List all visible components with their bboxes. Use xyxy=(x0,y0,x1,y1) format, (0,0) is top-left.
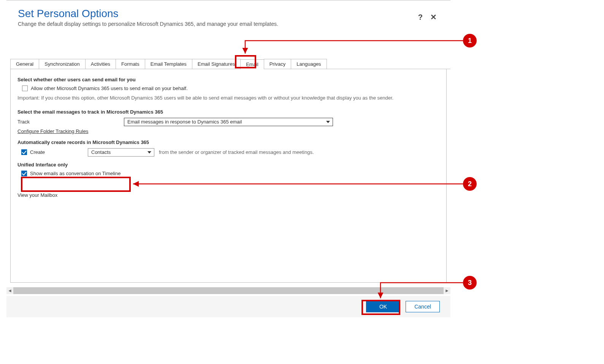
personal-options-dialog: Set Personal Options Change the default … xyxy=(6,0,450,319)
close-icon[interactable]: ✕ xyxy=(430,13,437,21)
annotation-callout-1: 1 xyxy=(463,34,477,47)
tab-email-signatures[interactable]: Email Signatures xyxy=(192,59,241,69)
important-note: Important: If you choose this option, ot… xyxy=(17,95,439,101)
view-mailbox-link[interactable]: View your Mailbox xyxy=(17,192,439,198)
help-icon[interactable]: ? xyxy=(418,13,423,21)
create-label: Create xyxy=(30,149,45,155)
tab-formats[interactable]: Formats xyxy=(116,59,145,69)
tab-strip: General Synchronization Activities Forma… xyxy=(10,59,450,69)
configure-folder-rules-link[interactable]: Configure Folder Tracking Rules xyxy=(17,128,88,134)
section-track-title: Select the email messages to track in Mi… xyxy=(17,109,439,115)
section-unified-interface-title: Unified Interface only xyxy=(17,162,439,168)
create-select[interactable]: Contacts xyxy=(88,148,154,157)
email-panel: Select whether other users can send emai… xyxy=(10,69,447,283)
section-send-for-you-title: Select whether other users can send emai… xyxy=(17,77,439,82)
create-checkbox[interactable] xyxy=(21,149,27,155)
tab-general[interactable]: General xyxy=(10,59,39,69)
track-select-value: Email messages in response to Dynamics 3… xyxy=(127,119,242,125)
tab-email-templates[interactable]: Email Templates xyxy=(145,59,192,69)
dialog-title: Set Personal Options xyxy=(18,7,439,20)
ok-button[interactable]: OK xyxy=(366,301,400,312)
section-auto-create-title: Automatically create records in Microsof… xyxy=(17,139,439,145)
scroll-right-arrow-icon[interactable]: ► xyxy=(444,287,450,294)
track-label: Track xyxy=(17,119,124,125)
tab-privacy[interactable]: Privacy xyxy=(264,59,292,69)
dialog-header: Set Personal Options Change the default … xyxy=(6,0,450,29)
create-select-value: Contacts xyxy=(91,149,111,155)
horizontal-scrollbar[interactable]: ◄ ► xyxy=(6,287,450,294)
allow-others-label: Allow other Microsoft Dynamics 365 users… xyxy=(31,85,188,91)
cancel-button[interactable]: Cancel xyxy=(406,301,440,312)
tab-email[interactable]: Email xyxy=(240,59,264,69)
scroll-left-arrow-icon[interactable]: ◄ xyxy=(6,287,13,294)
create-suffix: from the sender or organizer of tracked … xyxy=(159,149,314,155)
tab-activities[interactable]: Activities xyxy=(85,59,116,69)
show-conversation-checkbox[interactable] xyxy=(21,171,27,176)
tab-synchronization[interactable]: Synchronization xyxy=(39,59,86,69)
dialog-subtitle: Change the default display settings to p… xyxy=(18,21,439,27)
tab-languages[interactable]: Languages xyxy=(291,59,327,69)
scroll-track[interactable] xyxy=(13,287,444,294)
annotation-callout-3: 3 xyxy=(463,276,477,290)
track-select[interactable]: Email messages in response to Dynamics 3… xyxy=(124,118,333,126)
annotation-callout-2: 2 xyxy=(463,177,477,191)
show-conversation-label: Show emails as conversation on Timeline xyxy=(30,171,120,176)
dialog-footer: OK Cancel xyxy=(6,296,450,317)
allow-others-checkbox[interactable] xyxy=(22,85,28,91)
